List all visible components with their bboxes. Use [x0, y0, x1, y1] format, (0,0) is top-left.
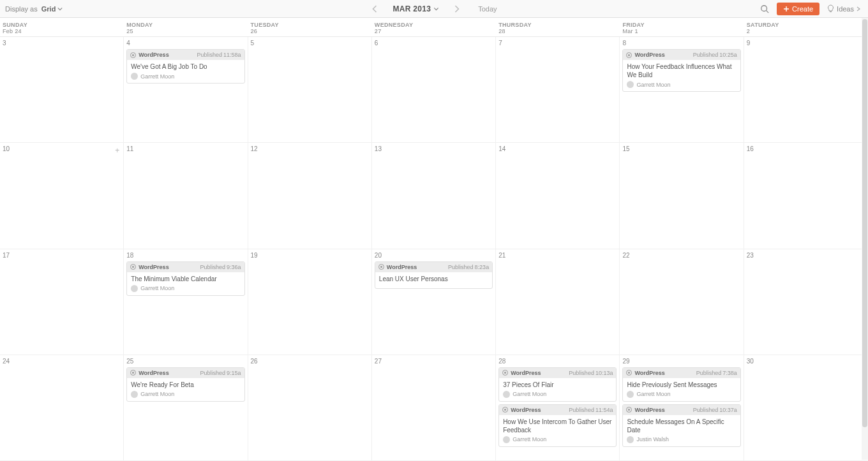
display-control: Display as Grid — [5, 5, 63, 13]
calendar-cell[interactable]: 30 — [744, 355, 868, 461]
calendar-cell[interactable]: 9 — [744, 37, 868, 143]
calendar-cell[interactable]: 10+ — [0, 143, 124, 249]
post-source: WordPress — [378, 264, 417, 270]
calendar-cell[interactable]: 5 — [248, 37, 372, 143]
calendar-cell[interactable]: 16 — [744, 143, 868, 249]
display-mode-select[interactable]: Grid — [41, 5, 63, 13]
day-header-name: WEDNESDAY — [375, 22, 493, 28]
post-source-label: WordPress — [634, 370, 664, 376]
day-number: 6 — [375, 40, 493, 47]
post-source: WordPress — [626, 407, 664, 413]
day-number: 10 — [3, 145, 121, 152]
calendar-cell[interactable]: 14 — [496, 143, 620, 249]
post-card[interactable]: WordPressPublished10:37aSchedule Message… — [622, 404, 740, 447]
post-source: WordPress — [626, 52, 664, 58]
ideas-button[interactable]: Ideas — [825, 3, 863, 15]
post-author: Garrett Moon — [131, 73, 240, 80]
calendar-cell[interactable]: 8WordPressPublished10:25aHow Your Feedba… — [620, 37, 744, 143]
published-label: Published — [693, 407, 719, 413]
calendar-cell[interactable]: 25WordPressPublished9:15aWe're Ready For… — [124, 355, 248, 461]
calendar-cell[interactable]: 11 — [124, 143, 248, 249]
scrollbar-thumb[interactable] — [862, 19, 867, 427]
calendar-cell[interactable]: 26 — [248, 355, 372, 461]
day-number: 8 — [622, 40, 740, 47]
calendar-cell[interactable]: 28WordPressPublished10:13a37 Pieces Of F… — [496, 355, 620, 461]
ideas-label: Ideas — [837, 5, 854, 13]
post-card[interactable]: WordPressPublished10:13a37 Pieces Of Fla… — [498, 367, 617, 402]
post-card-header: WordPressPublished10:13a — [499, 368, 616, 378]
avatar — [627, 81, 634, 88]
calendar-cell[interactable]: 4WordPressPublished11:58aWe've Got A Big… — [124, 37, 248, 143]
post-card-header: WordPressPublished8:23a — [375, 262, 492, 272]
day-number: 12 — [251, 145, 369, 152]
published-label: Published — [696, 370, 722, 376]
today-button[interactable]: Today — [474, 3, 500, 15]
calendar-cell[interactable]: 27 — [372, 355, 496, 461]
day-number: 23 — [747, 252, 865, 259]
calendar-cell[interactable]: 15 — [620, 143, 744, 249]
day-number: 5 — [251, 40, 369, 47]
post-card[interactable]: WordPressPublished9:15aWe're Ready For B… — [126, 367, 244, 402]
day-header-sub: 26 — [251, 28, 370, 34]
create-button[interactable]: Create — [777, 3, 819, 15]
next-month-button[interactable] — [449, 1, 464, 17]
day-header-name: MONDAY — [126, 22, 245, 28]
avatar — [131, 391, 138, 398]
scrollbar[interactable] — [862, 18, 868, 460]
calendar-cell[interactable]: 17 — [0, 249, 124, 355]
author-name: Justin Walsh — [636, 436, 669, 443]
day-number: 15 — [622, 145, 740, 152]
month-picker[interactable]: MAR 2013 — [393, 4, 438, 13]
day-header-sub: Mar 1 — [622, 28, 741, 34]
calendar-cell[interactable]: 20WordPressPublished8:23aLean UX User Pe… — [372, 249, 496, 355]
day-number: 21 — [498, 252, 617, 259]
published-label: Published — [197, 52, 223, 58]
post-card[interactable]: WordPressPublished7:38aHide Previously S… — [622, 367, 740, 402]
day-number: 17 — [3, 252, 121, 259]
calendar-cell[interactable]: 22 — [620, 249, 744, 355]
calendar-cell[interactable]: 23 — [744, 249, 868, 355]
post-card[interactable]: WordPressPublished10:25aHow Your Feedbac… — [622, 49, 740, 92]
chevron-right-icon — [453, 5, 460, 13]
post-card[interactable]: WordPressPublished11:58aWe've Got A Big … — [126, 49, 244, 84]
calendar-cell[interactable]: 12 — [248, 143, 372, 249]
svg-line-1 — [767, 10, 769, 13]
post-card[interactable]: WordPressPublished11:54aHow We Use Inter… — [498, 404, 617, 447]
avatar — [627, 436, 634, 443]
post-card-body: 37 Pieces Of FlairGarrett Moon — [499, 378, 616, 401]
published-label: Published — [693, 52, 719, 58]
chevron-down-icon — [57, 6, 63, 11]
calendar-cell[interactable]: 24 — [0, 355, 124, 461]
post-author: Garrett Moon — [627, 81, 736, 88]
day-number: 11 — [126, 145, 244, 152]
post-source: WordPress — [502, 407, 541, 413]
calendar-cell[interactable]: 21 — [496, 249, 620, 355]
post-source: WordPress — [130, 52, 168, 58]
post-card-body: The Minimum Viable CalendarGarrett Moon — [127, 272, 244, 295]
plus-icon — [783, 6, 789, 12]
post-card-body: Hide Previously Sent MessagesGarrett Moo… — [623, 378, 740, 401]
post-status: Published9:15a — [200, 370, 241, 376]
author-name: Garrett Moon — [513, 391, 546, 397]
post-source-label: WordPress — [511, 407, 541, 413]
calendar-cell[interactable]: 29WordPressPublished7:38aHide Previously… — [620, 355, 744, 461]
day-number: 13 — [375, 145, 493, 152]
calendar-cell[interactable]: 3 — [0, 37, 124, 143]
day-header-sub: Feb 24 — [3, 28, 121, 34]
day-header-sub: 28 — [498, 28, 617, 34]
day-header: TUESDAY26 — [248, 18, 372, 37]
day-header: THURSDAY28 — [496, 18, 620, 37]
prev-month-button[interactable] — [367, 1, 382, 17]
calendar-cell[interactable]: 19 — [248, 249, 372, 355]
calendar-cell[interactable]: 13 — [372, 143, 496, 249]
calendar-cell[interactable]: 7 — [496, 37, 620, 143]
calendar-cell[interactable]: 18WordPressPublished9:36aThe Minimum Via… — [124, 249, 248, 355]
post-card[interactable]: WordPressPublished8:23aLean UX User Pers… — [375, 261, 493, 289]
search-button[interactable] — [758, 2, 772, 16]
post-card[interactable]: WordPressPublished9:36aThe Minimum Viabl… — [126, 261, 244, 296]
add-item-button[interactable]: + — [115, 146, 119, 155]
avatar — [627, 391, 634, 398]
calendar-cell[interactable]: 6 — [372, 37, 496, 143]
post-card-header: WordPressPublished10:37a — [623, 405, 740, 415]
day-number: 25 — [126, 358, 244, 365]
